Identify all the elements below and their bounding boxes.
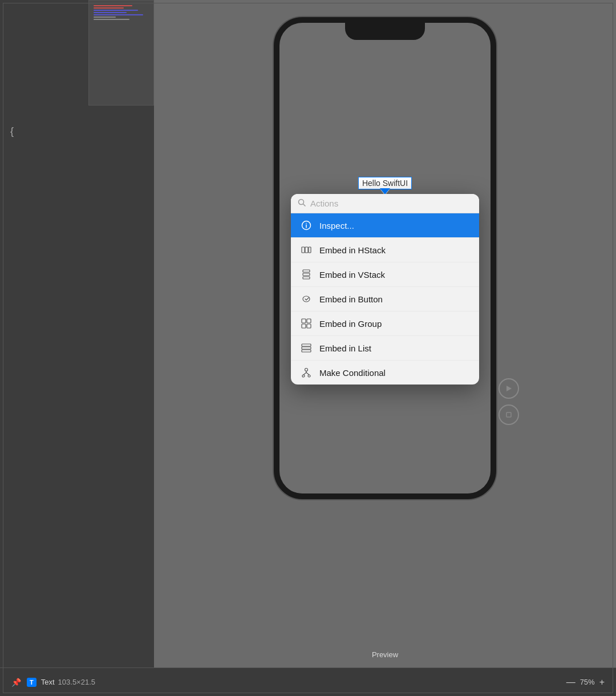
pin-icon: 📌 — [11, 678, 21, 687]
vstack-icon — [300, 268, 313, 281]
element-type-badge: T — [27, 678, 37, 687]
conditional-icon — [300, 366, 313, 379]
zoom-plus-button[interactable]: + — [599, 677, 605, 687]
preview-label: Preview — [372, 650, 398, 659]
phone-notch — [345, 23, 425, 40]
info-circle-icon — [300, 219, 313, 232]
svg-point-4 — [306, 223, 307, 224]
menu-item-embed-list[interactable]: Embed in List — [291, 336, 479, 361]
code-brace: { — [10, 126, 14, 137]
svg-rect-12 — [307, 319, 311, 323]
group-icon — [300, 317, 313, 330]
svg-rect-5 — [302, 247, 305, 253]
status-bar: 📌 T Text 103.5×21.5 — 75% + — [0, 667, 616, 696]
embed-button-label: Embed in Button — [319, 294, 383, 304]
minimap — [88, 0, 154, 106]
code-editor-panel: { — [0, 0, 154, 667]
menu-item-embed-hstack[interactable]: Embed in HStack — [291, 238, 479, 262]
play-button[interactable] — [499, 378, 519, 399]
menu-item-embed-group[interactable]: Embed in Group — [291, 311, 479, 336]
list-icon — [300, 342, 313, 354]
svg-point-22 — [302, 375, 305, 377]
svg-rect-7 — [309, 247, 311, 253]
context-menu: Actions Inspect... — [291, 194, 479, 385]
svg-rect-14 — [307, 324, 311, 328]
zoom-minus-button[interactable]: — — [566, 677, 576, 687]
element-dimensions: 103.5×21.5 — [58, 678, 95, 686]
svg-line-21 — [306, 373, 309, 375]
phone-device-frame: Hello SwiftUI Actions — [274, 17, 496, 499]
hello-swiftui-label: Hello SwiftUI — [358, 177, 412, 189]
menu-item-embed-button[interactable]: Embed in Button — [291, 287, 479, 311]
hello-swiftui-element[interactable]: Hello SwiftUI — [358, 177, 412, 195]
side-control-buttons — [499, 378, 519, 425]
menu-item-inspect[interactable]: Inspect... — [291, 213, 479, 238]
svg-rect-25 — [506, 412, 511, 417]
record-button[interactable] — [499, 404, 519, 425]
make-conditional-label: Make Conditional — [319, 368, 386, 378]
svg-line-20 — [303, 373, 306, 375]
embed-list-label: Embed in List — [319, 343, 371, 353]
svg-rect-16 — [302, 347, 311, 349]
button-icon — [300, 293, 313, 305]
zoom-level: 75% — [580, 678, 595, 686]
search-placeholder: Actions — [310, 199, 338, 208]
search-icon — [298, 199, 306, 208]
embed-vstack-label: Embed in VStack — [319, 270, 385, 280]
svg-rect-9 — [303, 273, 310, 276]
minimap-lines — [89, 1, 153, 26]
svg-rect-13 — [302, 324, 306, 328]
phone-screen: Hello SwiftUI Actions — [279, 23, 491, 493]
svg-point-18 — [305, 369, 308, 371]
svg-rect-11 — [302, 319, 306, 323]
menu-item-embed-vstack[interactable]: Embed in VStack — [291, 262, 479, 287]
status-right: — 75% + — [566, 677, 605, 687]
element-name: Text — [41, 678, 55, 686]
svg-point-23 — [308, 375, 310, 377]
svg-rect-15 — [302, 344, 311, 346]
svg-line-1 — [303, 204, 306, 207]
menu-item-make-conditional[interactable]: Make Conditional — [291, 361, 479, 385]
svg-rect-6 — [305, 247, 308, 253]
inspect-label: Inspect... — [319, 221, 354, 230]
search-bar[interactable]: Actions — [291, 194, 479, 213]
svg-rect-10 — [303, 277, 310, 279]
embed-hstack-label: Embed in HStack — [319, 245, 386, 255]
main-preview-area: Hello SwiftUI Actions — [154, 0, 616, 667]
hstack-icon — [300, 244, 313, 256]
svg-rect-17 — [302, 350, 311, 352]
embed-group-label: Embed in Group — [319, 319, 382, 329]
svg-rect-8 — [303, 270, 310, 272]
svg-marker-24 — [506, 386, 512, 391]
